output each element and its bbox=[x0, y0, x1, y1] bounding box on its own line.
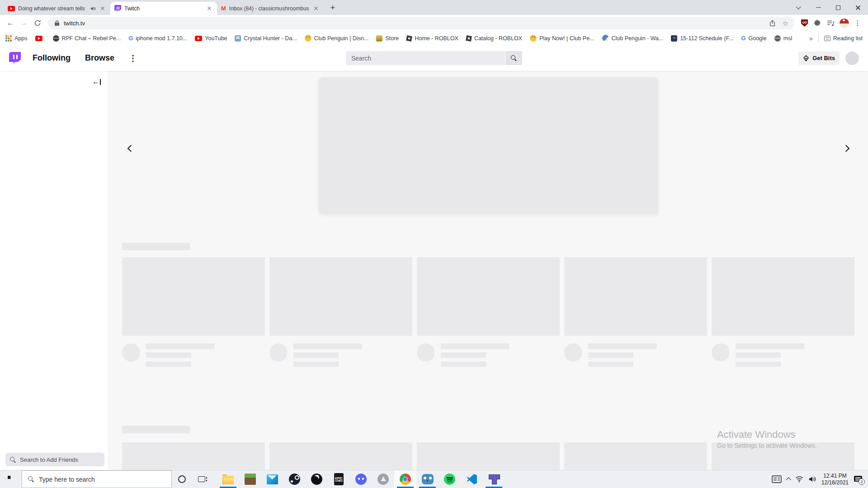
youtube-favicon bbox=[8, 6, 15, 11]
section-title-placeholder bbox=[122, 426, 190, 433]
ublock-extension-icon[interactable]: uO bbox=[801, 19, 808, 27]
taskbar-tetris-app[interactable] bbox=[483, 470, 505, 488]
user-avatar[interactable] bbox=[845, 52, 859, 65]
taskbar-discord[interactable] bbox=[350, 470, 372, 488]
taskbar-chrome[interactable] bbox=[394, 470, 416, 488]
profile-avatar[interactable] bbox=[837, 16, 851, 30]
system-tray: 12:41 PM 12/16/2021 2 bbox=[772, 470, 868, 488]
taskbar-steam[interactable] bbox=[283, 470, 306, 488]
bookmark-item[interactable]: Giphone mod 1.7.10... bbox=[128, 35, 187, 42]
close-button[interactable] bbox=[848, 0, 868, 15]
bookmark-item[interactable]: msl bbox=[774, 35, 792, 42]
bookmark-item[interactable]: YouTube bbox=[195, 35, 227, 42]
taskbar-godot[interactable] bbox=[416, 470, 439, 488]
address-bar[interactable]: twitch.tv bbox=[48, 17, 795, 29]
stream-card-placeholder bbox=[564, 442, 707, 470]
minecraft-icon bbox=[245, 474, 256, 485]
minimize-button[interactable] bbox=[808, 0, 828, 15]
taskbar-epic-games[interactable]: EPICGAMES bbox=[328, 470, 350, 488]
taskbar-file-explorer[interactable] bbox=[217, 470, 239, 488]
search-button[interactable] bbox=[505, 51, 522, 65]
get-bits-button[interactable]: Get Bits bbox=[798, 52, 840, 65]
taskbar-vscode[interactable] bbox=[461, 470, 483, 488]
mushroom-avatar-icon bbox=[840, 19, 849, 28]
taskbar-spotify[interactable] bbox=[439, 470, 461, 488]
bookmark-star-icon[interactable] bbox=[783, 20, 788, 27]
tab-youtube-stream[interactable]: Doing whatever stream tells bbox=[4, 2, 110, 15]
friends-search-input[interactable]: Search to Add Friends bbox=[5, 453, 104, 466]
taskbar-obs[interactable] bbox=[306, 470, 328, 488]
back-button[interactable] bbox=[4, 16, 17, 30]
url-text: twitch.tv bbox=[64, 20, 85, 27]
gold-store-favicon bbox=[376, 35, 382, 42]
collapse-sidebar-icon[interactable] bbox=[92, 78, 101, 86]
reload-button[interactable] bbox=[31, 16, 44, 30]
taskbar-mail[interactable] bbox=[261, 470, 283, 488]
bookmark-item[interactable]: Club Penguin | Disn... bbox=[305, 35, 369, 42]
twitch-search bbox=[346, 51, 522, 65]
divider bbox=[818, 35, 819, 42]
bookmark-item[interactable]: Catalog - ROBLOX bbox=[466, 35, 522, 42]
taskbar-minecraft[interactable] bbox=[239, 470, 261, 488]
tray-overflow-chevron-icon[interactable] bbox=[786, 477, 791, 482]
start-button[interactable] bbox=[0, 470, 22, 488]
search-input[interactable] bbox=[346, 51, 505, 65]
bookmark-item[interactable]: 15-112 Schedule (F... bbox=[671, 35, 733, 42]
chrome-menu-button[interactable] bbox=[851, 16, 864, 30]
windows-logo-icon bbox=[8, 476, 14, 483]
section-title-placeholder bbox=[122, 243, 190, 250]
stream-card-placeholder bbox=[269, 442, 412, 470]
youtube-favicon bbox=[35, 36, 42, 41]
godot-icon bbox=[422, 474, 434, 484]
bookmark-item[interactable]: GGoogle bbox=[741, 35, 766, 42]
task-view-button[interactable] bbox=[192, 470, 212, 488]
club-penguin-favicon bbox=[530, 35, 537, 42]
tab-close-icon[interactable] bbox=[206, 5, 213, 12]
maximize-button[interactable] bbox=[828, 0, 848, 15]
carousel-prev-button[interactable] bbox=[125, 142, 137, 154]
carousel-placeholder bbox=[319, 77, 658, 214]
notification-center-button[interactable]: 2 bbox=[854, 475, 863, 483]
media-playlist-icon[interactable] bbox=[827, 20, 835, 27]
tab-audio-icon[interactable] bbox=[90, 6, 96, 11]
share-icon[interactable] bbox=[769, 20, 776, 27]
twitch-favicon bbox=[114, 5, 121, 12]
wifi-icon[interactable] bbox=[795, 476, 803, 483]
tab-close-icon[interactable] bbox=[99, 5, 106, 12]
tab-twitch[interactable]: Twitch bbox=[110, 2, 217, 15]
nav-browse[interactable]: Browse bbox=[85, 53, 114, 63]
twitch-logo[interactable] bbox=[9, 52, 21, 65]
reading-list-button[interactable]: Reading list bbox=[824, 35, 863, 42]
roblox-favicon bbox=[406, 35, 412, 42]
carousel-next-button[interactable] bbox=[840, 142, 852, 154]
stream-card-placeholder bbox=[122, 257, 265, 367]
taskbar-unity[interactable] bbox=[372, 470, 394, 488]
taskbar-search-box[interactable]: Type here to search bbox=[22, 470, 172, 488]
bookmark-item[interactable]: Home - ROBLOX bbox=[406, 35, 458, 42]
cortana-button[interactable] bbox=[172, 470, 192, 488]
bookmark-item[interactable]: Club Penguin - Wa... bbox=[602, 35, 664, 42]
tab-search-icon[interactable] bbox=[788, 0, 808, 15]
bookmark-item[interactable]: Crystal Hunter - Da... bbox=[235, 35, 297, 42]
apps-shortcut[interactable]: Apps bbox=[5, 35, 28, 42]
bookmarks-overflow-chevron[interactable]: » bbox=[809, 35, 813, 42]
stream-card-placeholder bbox=[269, 257, 412, 367]
taskbar-clock[interactable]: 12:41 PM 12/16/2021 bbox=[821, 473, 849, 486]
forward-button[interactable] bbox=[17, 16, 31, 30]
nav-following[interactable]: Following bbox=[33, 53, 71, 63]
new-tab-button[interactable] bbox=[326, 1, 339, 14]
lock-icon[interactable] bbox=[54, 20, 60, 26]
bookmark-item[interactable]: Play Now! | Club Pe... bbox=[530, 35, 594, 42]
bookmark-item[interactable]: RPF Chat – Rebel Pe... bbox=[53, 35, 121, 42]
extensions-puzzle-icon[interactable] bbox=[814, 19, 821, 27]
bookmark-item[interactable] bbox=[35, 36, 45, 41]
chrome-icon bbox=[400, 474, 411, 485]
more-menu-icon[interactable] bbox=[129, 53, 137, 63]
tab-close-icon[interactable] bbox=[312, 5, 320, 12]
news-widget-icon[interactable] bbox=[772, 475, 782, 483]
apps-grid-icon bbox=[5, 35, 12, 42]
bookmark-item[interactable]: Store bbox=[376, 35, 399, 42]
google-favicon: G bbox=[741, 35, 745, 41]
tab-gmail-inbox[interactable]: M Inbox (84) - classicmushroombus bbox=[217, 2, 324, 15]
volume-icon[interactable] bbox=[808, 476, 816, 483]
